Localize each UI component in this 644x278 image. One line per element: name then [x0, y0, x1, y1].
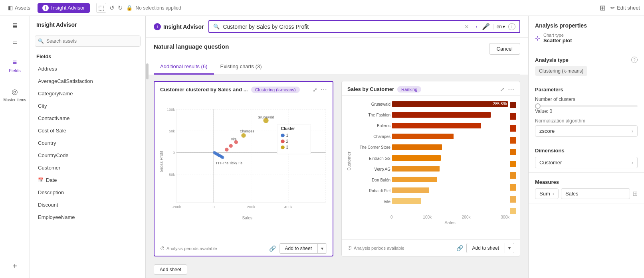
add-to-sheet-drop-1[interactable]: ▾: [317, 244, 327, 253]
top-nav: ◧ Assets i Insight Advisor ⬚ ↺ ↻ 🔒 No se…: [0, 0, 644, 16]
svg-text:Grunewald: Grunewald: [258, 115, 274, 119]
clock-icon-2: ⏱: [347, 245, 352, 251]
arrow-icon[interactable]: →: [472, 23, 479, 30]
heatmap-cell: [510, 172, 516, 179]
search-input[interactable]: [35, 35, 141, 47]
field-item-contactname[interactable]: ContactName: [30, 112, 145, 124]
link-icon-2[interactable]: 🔗: [456, 245, 463, 251]
field-item-averagecallsatisfaction[interactable]: AverageCallSatisfaction: [30, 75, 145, 87]
select-icon[interactable]: ⬚: [96, 3, 106, 13]
insight-advisor-tab[interactable]: i Insight Advisor: [38, 3, 90, 13]
measure-agg-chevron-icon: ›: [553, 191, 554, 197]
mic-icon[interactable]: 🎤: [482, 23, 490, 30]
bar-container: 118.67k: [392, 155, 508, 162]
lock-icon[interactable]: 🔒: [126, 5, 133, 11]
add-to-sheet-main-1[interactable]: Add to sheet: [279, 244, 317, 253]
chart-2-header: Sales by Customer Ranking ⤢ ⋯: [342, 81, 520, 96]
svg-point-43: [281, 134, 284, 137]
sidebar-add-button[interactable]: +: [9, 258, 20, 274]
content-area: i Insight Advisor 🔍 ✕ → 🎤 en ▾ i: [146, 16, 528, 278]
field-item-country[interactable]: Country: [30, 137, 145, 149]
field-item-employeename[interactable]: EmployeeName: [30, 211, 145, 223]
dimension-selector[interactable]: Customer ›: [535, 157, 638, 168]
field-item-discount[interactable]: Discount: [30, 199, 145, 211]
norm-algo-value: zscore: [539, 128, 555, 134]
field-item-city[interactable]: City: [30, 100, 145, 112]
lang-selector[interactable]: en ▾: [493, 24, 505, 30]
field-item-countrycode[interactable]: CountryCode: [30, 149, 145, 162]
add-icon: +: [12, 262, 17, 271]
measure-field-selector[interactable]: Sales: [561, 188, 630, 199]
insight-icon: i: [42, 5, 49, 11]
fields-section-header[interactable]: Fields: [30, 50, 145, 63]
tab-existing-charts[interactable]: Existing charts (3): [214, 59, 268, 75]
expand-icon-2[interactable]: ⤢: [500, 86, 505, 93]
panel-icon2-shape: ▭: [12, 39, 18, 45]
add-to-sheet-drop-2[interactable]: ▾: [505, 243, 514, 253]
tab-additional-results[interactable]: Additional results (6): [154, 59, 214, 75]
nav-icons: ⬚ ↺ ↻ 🔒 No selections applied: [96, 3, 181, 13]
analysis-type-help-icon[interactable]: ?: [631, 57, 638, 63]
field-item-customer[interactable]: Customer: [30, 162, 145, 174]
nlq-input[interactable]: [223, 24, 461, 30]
clear-icon[interactable]: ✕: [464, 24, 469, 30]
dimension-chevron-icon: ›: [632, 160, 633, 166]
panel-icon2[interactable]: ▭: [11, 37, 19, 47]
sidebar-master-items-button[interactable]: ◎ Master items: [0, 84, 29, 105]
dimension-value: Customer: [539, 160, 562, 166]
top-right-actions: ⊞ ✏ Edit sheet: [600, 4, 640, 12]
add-to-sheet-main-2[interactable]: Add to sheet: [467, 243, 505, 253]
toggle-panel-button[interactable]: ▤: [11, 20, 19, 30]
redo-icon[interactable]: ↻: [118, 4, 123, 12]
slider-container[interactable]: [535, 105, 638, 107]
more-icon[interactable]: ⋯: [321, 86, 327, 93]
left-scrollbar[interactable]: [146, 59, 149, 75]
slider-track: [535, 105, 638, 107]
bar-container: 243.77k: [392, 112, 508, 118]
field-item-description[interactable]: Description: [30, 186, 145, 199]
heatmap-cell: [510, 196, 516, 203]
chart-1-actions: ⤢ ⋯: [313, 86, 327, 93]
selection-label: No selections applied: [136, 5, 181, 11]
grid-icon[interactable]: ⊞: [600, 4, 606, 12]
assets-tab[interactable]: ◧ Assets: [4, 5, 34, 11]
info-icon[interactable]: i: [508, 23, 515, 30]
lang-chevron-icon: ▾: [503, 24, 505, 30]
chart-type-row: ⊹ Chart type Scatter plot: [535, 33, 638, 43]
sidebar-fields-button[interactable]: ≡ Fields: [6, 55, 24, 76]
expand-icon[interactable]: ⤢: [313, 87, 317, 93]
norm-algo-selector[interactable]: zscore ›: [535, 125, 638, 137]
field-item-cost-of-sale[interactable]: Cost of Sale: [30, 124, 145, 137]
svg-text:-50k: -50k: [168, 173, 175, 177]
assets-panel-header: Insight Advisor: [30, 16, 145, 32]
undo-icon[interactable]: ↺: [109, 4, 115, 12]
nlq-search-bar[interactable]: 🔍 ✕ → 🎤 en ▾ i: [208, 20, 520, 33]
svg-point-34: [229, 144, 233, 148]
cancel-button[interactable]: Cancel: [489, 43, 520, 55]
field-item-categoryname[interactable]: CategoryName: [30, 87, 145, 100]
slider-thumb[interactable]: [535, 103, 541, 109]
heatmap-cell: [510, 149, 516, 155]
search-bar-icon: 🔍: [213, 24, 220, 30]
slider-value: Value: 0: [535, 108, 638, 114]
panel-toggle-icon: ▤: [12, 22, 18, 28]
dimensions-section: Dimensions Customer ›: [529, 141, 644, 173]
field-item-address[interactable]: Address: [30, 63, 145, 75]
field-item-date[interactable]: 📅Date: [30, 174, 145, 186]
svg-text:Champes: Champes: [240, 129, 254, 133]
bar-fill: [392, 112, 491, 118]
measure-agg-selector[interactable]: Sum ›: [535, 188, 559, 199]
bar-y-text: Customer: [347, 152, 351, 171]
charts-grid: Customer clustered by Sales and ... Clus…: [146, 75, 528, 263]
link-icon-1[interactable]: 🔗: [269, 245, 276, 252]
edit-sheet-button[interactable]: ✏ Edit sheet: [610, 5, 640, 11]
bar-row: Roba di Piel 91.72k: [355, 187, 508, 194]
measure-grid-icon[interactable]: ⊞: [632, 190, 638, 197]
bar-row: Eintrach GS 118.67k: [355, 155, 508, 162]
analysis-type-label: Analysis type: [535, 57, 569, 63]
more-icon-2[interactable]: ⋯: [508, 85, 514, 93]
svg-text:1: 1: [286, 133, 289, 138]
master-items-label: Master items: [3, 98, 26, 102]
analysis-periods-1: ⏱ Analysis periods available: [160, 246, 217, 251]
add-sheet-button[interactable]: Add sheet: [154, 264, 187, 275]
